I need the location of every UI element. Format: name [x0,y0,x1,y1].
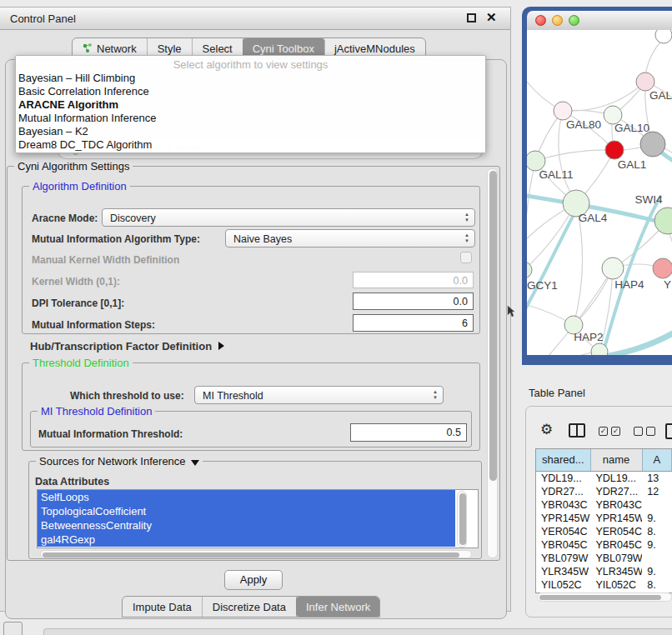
data-attributes-label: Data Attributes [35,476,109,488]
table-row[interactable]: YBL079WYBL079W [536,552,672,565]
tab-infer-network[interactable]: Infer Network [296,597,380,617]
gear-icon[interactable]: ⚙ [540,421,553,438]
algorithm-dropdown-popup: Select algorithm to view settings Bayesi… [15,55,486,153]
tab-label: Infer Network [306,601,370,613]
network-edge[interactable] [527,161,535,270]
table-row[interactable]: YDL19...YDL19...13 [536,472,672,485]
settings-scrollbar[interactable] [487,168,498,558]
control-panel-titlebar[interactable]: Control Panel ✕ [0,8,510,30]
table-row[interactable]: YER054CYER054C8. [536,525,672,538]
network-edge-highlighted[interactable] [527,208,577,315]
list-scrollbar[interactable] [457,491,467,548]
list-hscrollbar[interactable] [40,550,472,558]
column-header-A[interactable]: A [643,449,672,471]
bottom-docked-panel [43,628,672,635]
which-threshold-label: Which threshold to use: [70,390,184,402]
mi-threshold-label: Mutual Information Threshold: [38,428,183,440]
column-header-name[interactable]: name [591,449,643,471]
threshold-definition-legend: Threshold Definition [29,357,133,369]
table-cell: 9. [642,512,672,525]
network-edge[interactable] [535,150,614,161]
network-edge[interactable] [563,82,645,111]
network-icon [83,43,93,53]
network-edge-highlighted[interactable] [604,330,672,355]
algorithm-option[interactable]: Dream8 DC_TDC Algorithm [16,138,485,151]
docked-panel-icon[interactable] [3,622,23,635]
close-icon[interactable]: ✕ [486,10,497,25]
node-label: GCY1 [527,279,558,292]
table-hscrollbar[interactable] [537,592,672,602]
network-edge[interactable] [645,38,664,76]
algorithm-option[interactable]: Bayesian – K2 [16,124,485,138]
mi-steps-field[interactable]: 6 [353,314,474,332]
data-attribute-item[interactable]: gal4RGexp [38,532,455,547]
columns-icon[interactable] [569,423,585,438]
new-table-icon[interactable] [665,423,672,439]
tab-discretize-data[interactable]: Discretize Data [203,597,297,617]
network-node-gal1[interactable] [605,141,624,159]
table-row[interactable]: YDR27...YDR27...12 [536,485,672,498]
table-row[interactable]: YPR145WYPR145W9. [536,512,672,525]
network-node-gcy1[interactable] [527,262,532,278]
network-node-swi4[interactable] [654,208,672,234]
table-row[interactable]: YBR045CYBR045C9. [536,538,672,552]
zoom-traffic-icon[interactable] [569,15,579,26]
table-cell: YBL079W [536,552,590,565]
tab-label: jActiveMNodules [334,42,415,55]
network-node-gal[interactable] [636,72,654,91]
close-traffic-icon[interactable] [535,15,546,26]
table-row[interactable]: YBR043CYBR043C [536,498,672,512]
table-cell: YDR27... [590,485,642,498]
network-canvas[interactable]: GALGAL80GAL10GAL1GAL11GAL4SWI4HAP4YGCY1H… [527,30,672,355]
table-row[interactable]: YIL052CYIL052C8. [536,578,672,592]
mi-type-combo[interactable]: Naive Bayes ▲▼ [225,229,475,248]
data-attribute-item[interactable]: SelfLoops [38,490,455,504]
table-cell: YLR345W [590,565,642,578]
mi-threshold-legend: MI Threshold Definition [38,405,155,418]
hub-definition-toggle[interactable]: Hub/Transcription Factor Definition [30,340,224,352]
tab-label: Select [203,42,233,55]
network-node-gal80[interactable] [554,102,572,120]
mi-threshold-field[interactable]: 0.5 [350,423,467,442]
select-all-checkbox-icon[interactable]: ✓ [611,427,620,436]
aracne-mode-value: Discovery [110,212,156,224]
table-cell: YDL19... [590,472,642,485]
algorithm-option[interactable]: Bayesian – Hill Climbing [16,71,485,84]
network-window-titlebar[interactable] [527,11,672,31]
manual-kernel-checkbox[interactable] [460,252,472,263]
table-row[interactable]: YLR345WYLR345W9. [536,565,672,578]
aracne-mode-combo[interactable]: Discovery ▲▼ [102,208,475,227]
which-threshold-combo[interactable]: MI Threshold ▲▼ [194,386,444,404]
data-attribute-item[interactable]: TopologicalCoefficient [38,504,455,518]
collapsed-arrow-icon [218,342,224,350]
table-cell: YDR27... [536,485,590,498]
network-node[interactable] [640,132,665,157]
float-window-icon[interactable] [467,13,476,22]
combo-arrows-icon: ▲▼ [463,232,471,244]
node-table[interactable]: shared...nameA YDL19...YDL19...13YDR27..… [535,448,672,593]
cyni-settings-legend: Cyni Algorithm Settings [14,160,133,172]
data-attribute-item[interactable]: BetweennessCentrality [38,518,455,532]
minimize-traffic-icon[interactable] [552,15,563,26]
tab-label: Impute Data [133,601,192,613]
table-cell: YPR145W [590,512,642,525]
application-window: Control Panel ✕ NetworkStyleSelectCyni T… [0,0,672,635]
network-node[interactable] [655,30,672,43]
node-label: SWI4 [634,193,662,206]
network-node-hap4[interactable] [602,258,624,279]
dpi-tolerance-field[interactable]: 0.0 [353,292,474,310]
algorithm-option[interactable]: Mutual Information Inference [16,111,485,124]
sources-legend[interactable]: Sources for Network Inference [36,455,203,468]
algorithm-option[interactable]: Basic Correlation Inference [16,84,485,98]
data-attributes-list[interactable]: SelfLoopsTopologicalCoefficientBetweenne… [37,489,479,548]
select-all-checkbox-icon[interactable]: ✓ [599,427,608,436]
deselect-all-checkbox-icon[interactable] [634,427,643,436]
kernel-width-field[interactable]: 0.0 [353,272,474,288]
algorithm-option[interactable]: ARACNE Algorithm [16,98,485,111]
column-header-shared...[interactable]: shared... [536,449,591,471]
tab-impute-data[interactable]: Impute Data [123,597,203,617]
network-node-y[interactable] [653,258,672,278]
apply-button[interactable]: Apply [224,570,283,590]
deselect-all-checkbox-icon[interactable] [646,427,655,436]
kernel-width-label: Kernel Width (0,1): [32,276,120,288]
